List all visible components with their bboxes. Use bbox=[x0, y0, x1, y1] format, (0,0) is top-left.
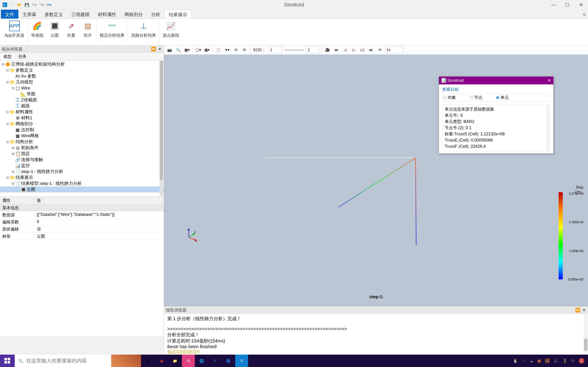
app-icon[interactable]: S bbox=[2, 2, 8, 8]
step-back-icon[interactable]: ◁ bbox=[341, 46, 349, 54]
axes-icon[interactable]: ✦▾ bbox=[223, 46, 231, 54]
redo-button[interactable]: ↷▾ bbox=[39, 2, 44, 8]
rotate-ccw-icon[interactable]: ⟲ bbox=[232, 46, 239, 54]
skip-end-icon[interactable]: ⏭ bbox=[367, 46, 375, 54]
report-scrollbar[interactable] bbox=[584, 314, 588, 354]
collapse-ribbon-icon[interactable]: ◇ bbox=[583, 12, 586, 16]
point-curve-button[interactable]: 📈选点曲线 bbox=[160, 20, 182, 39]
tray-battery-icon[interactable]: 🔋 bbox=[562, 358, 567, 363]
taskview-icon[interactable]: ⊞ bbox=[142, 355, 155, 367]
radio-object[interactable]: 对象 bbox=[443, 95, 456, 100]
tree-scrollbar[interactable] bbox=[160, 61, 163, 196]
rec-icon[interactable]: 🎥 bbox=[324, 46, 331, 54]
isoline-button[interactable]: 🌈等值线 bbox=[29, 20, 46, 39]
start-button[interactable] bbox=[0, 355, 15, 367]
radio-element[interactable]: 单元 bbox=[496, 95, 509, 100]
new-button[interactable]: 📄 bbox=[9, 2, 15, 8]
popup-titlebar[interactable]: 📊 Simdroid ✕ bbox=[439, 77, 553, 84]
tray-penguin-icon[interactable]: 🐧 bbox=[513, 358, 518, 363]
grid-icon[interactable]: ▦▾ bbox=[183, 46, 191, 54]
search-input[interactable] bbox=[26, 358, 107, 364]
camera-icon[interactable]: 📷 bbox=[166, 46, 173, 54]
close-panel-icon[interactable]: ✕ bbox=[158, 47, 162, 52]
tree-section2[interactable]: Z倍截面 bbox=[20, 97, 37, 103]
tree-struct[interactable]: 结构分析 bbox=[15, 139, 33, 145]
tray-volume-icon[interactable]: 🔊 bbox=[553, 358, 559, 363]
minimize-button[interactable]: — bbox=[547, 0, 561, 10]
tree-section[interactable]: 截面 bbox=[20, 103, 30, 109]
undo-button[interactable]: ↶▾ bbox=[31, 2, 37, 8]
sidebar-tab-tasks[interactable]: 任务 bbox=[15, 53, 30, 60]
cube-icon[interactable]: ▢▾ bbox=[195, 46, 202, 54]
report-body[interactable]: 第 1 步分析（线性静力分析）完成！ >>>>>>>>>>>>>>>>>>>>>… bbox=[164, 314, 588, 355]
tab-results[interactable]: 结果展示 bbox=[164, 10, 191, 19]
tab-params[interactable]: 参数定义 bbox=[40, 10, 67, 19]
sidebar-tab-model[interactable]: 模型 bbox=[0, 53, 15, 60]
rotate-cw-icon[interactable]: ⟳ bbox=[241, 46, 248, 54]
tab-3dmodel[interactable]: 三维建模 bbox=[67, 10, 94, 19]
tree-sketch[interactable]: 草图 bbox=[26, 91, 35, 97]
taskbar-search[interactable]: 🔍 bbox=[15, 355, 111, 367]
radio-node[interactable]: 节点 bbox=[470, 95, 482, 100]
close-button[interactable]: ✕ bbox=[574, 0, 588, 10]
props-v-datasource[interactable]: [{"DataSet":["Wire"],"Database":"1-Stati… bbox=[35, 211, 117, 218]
props-v-shape[interactable]: 否 bbox=[35, 226, 43, 233]
pink-app-icon[interactable]: 讯 bbox=[182, 355, 195, 367]
tray-cloud-icon[interactable]: ☁ bbox=[529, 358, 534, 363]
tree-geom[interactable]: 几何模型 bbox=[15, 79, 33, 85]
tray-chevron-icon[interactable]: ＾ bbox=[522, 358, 526, 364]
slice-button[interactable]: ▨切片 bbox=[80, 20, 95, 39]
tree-results[interactable]: 结果展示 bbox=[15, 175, 33, 181]
taskbar-widget[interactable] bbox=[111, 355, 141, 367]
popup-close-icon[interactable]: ✕ bbox=[548, 78, 551, 83]
music-app-icon[interactable]: ◉ bbox=[155, 355, 168, 367]
tree-mesh[interactable]: 网格剖分 bbox=[15, 121, 33, 127]
tree-step1[interactable]: step-1 : 线性静力分析 bbox=[20, 169, 63, 175]
notification-badge[interactable]: 1 bbox=[579, 358, 584, 364]
zoom-icon[interactable]: 🔍 bbox=[174, 46, 182, 54]
explorer-icon[interactable]: 📁 bbox=[169, 355, 182, 367]
time-spinner[interactable]: 1 bbox=[268, 47, 282, 53]
refresh-button[interactable]: ⟳▾ bbox=[46, 2, 52, 8]
tab-mesh[interactable]: 网格剖分 bbox=[120, 10, 147, 19]
edge-icon[interactable]: 🌐 bbox=[195, 355, 208, 367]
tree-monitor[interactable]: 监控 bbox=[20, 163, 30, 169]
time-slider[interactable] bbox=[285, 49, 303, 51]
report-pin-icon[interactable]: ⏩ bbox=[575, 308, 580, 313]
tab-analysis[interactable]: 分析 bbox=[147, 10, 164, 19]
frame-spinner[interactable]: 1 bbox=[306, 47, 320, 53]
tray-ime-icon[interactable]: 中 bbox=[571, 358, 575, 364]
vector-button[interactable]: ⇗矢量 bbox=[64, 20, 79, 39]
report-close-icon[interactable]: ✕ bbox=[582, 308, 586, 313]
sim-app-icon[interactable]: 🌀 bbox=[222, 355, 235, 367]
tree-wire[interactable]: Wire bbox=[20, 85, 30, 91]
select-icon[interactable]: ⬚ bbox=[215, 46, 222, 54]
tray-wifi-icon[interactable]: 📶 bbox=[545, 358, 550, 363]
tree-params[interactable]: 参数定义 bbox=[15, 67, 33, 73]
props-v-label[interactable]: 云图 bbox=[35, 233, 47, 240]
tray-app-icon[interactable]: ▣ bbox=[537, 358, 541, 363]
buckling-result-button[interactable]: ⊥屈曲分析结果 bbox=[129, 20, 158, 39]
open-button[interactable]: 📂 bbox=[17, 2, 23, 8]
speed-dropdown[interactable]: 1x bbox=[385, 47, 403, 53]
tree-contour-sel[interactable]: 云图 bbox=[26, 186, 35, 192]
tree-edge[interactable]: 边控制 bbox=[20, 127, 34, 133]
tab-file[interactable]: 文件 bbox=[1, 10, 18, 19]
pin-icon[interactable]: ⏩ bbox=[151, 47, 156, 52]
tree-resultmodel[interactable]: 结果模型:step-1 : 线性静力分析 bbox=[20, 181, 82, 186]
colorgrid-icon[interactable]: ▦▾ bbox=[203, 46, 211, 54]
maximize-button[interactable]: ☐ bbox=[561, 0, 574, 10]
tree-wiremesh[interactable]: Wire网格 bbox=[20, 133, 39, 139]
tree-xv[interactable]: Xv 参数 bbox=[20, 73, 36, 79]
tree-root[interactable]: 王博锐-超静定桁架结构分析 bbox=[10, 61, 65, 67]
tree-contact[interactable]: 连接与接触 bbox=[20, 157, 43, 163]
contour-button[interactable]: 🔳云图 bbox=[47, 20, 62, 39]
word-icon[interactable]: W bbox=[208, 355, 221, 367]
tab-material[interactable]: 材料属性 bbox=[94, 10, 120, 19]
play-icon[interactable]: ▷ bbox=[350, 46, 357, 54]
tree-initial[interactable]: 初始条件 bbox=[20, 145, 39, 151]
modal-result-button[interactable]: 〰模态分析结果 bbox=[97, 20, 127, 39]
tree-material1[interactable]: 材料1 bbox=[20, 115, 32, 121]
tree-assign[interactable]: 指定 bbox=[20, 151, 30, 157]
skip-start-icon[interactable]: ⏮ bbox=[333, 46, 340, 54]
